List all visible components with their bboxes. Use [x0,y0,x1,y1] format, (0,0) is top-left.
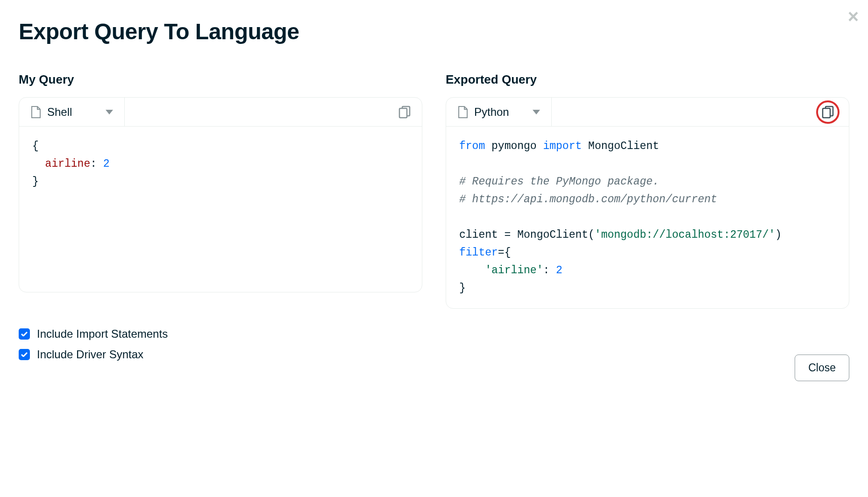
code-key: airline [45,158,91,170]
modal-title: Export Query To Language [19,19,849,44]
exported-query-language-selector[interactable]: Python [446,98,552,126]
svg-rect-0 [399,108,407,118]
exported-query-header-right [552,98,849,126]
modal-header: Export Query To Language [0,0,868,44]
exported-query-code[interactable]: from pymongo import MongoClient # Requir… [446,127,849,308]
code-brace: { [32,140,39,152]
my-query-title: My Query [19,72,422,87]
code-filter-val: 2 [556,264,562,277]
exported-query-card: Python from pymongo import MongoClient #… [446,97,849,309]
include-driver-syntax-label: Include Driver Syntax [37,348,143,361]
include-driver-syntax-row: Include Driver Syntax [19,348,849,361]
code-kw: from [459,140,485,152]
code-comment: # Requires the PyMongo package. [459,176,659,188]
highlight-annotation [816,100,840,124]
code-filter-ident: filter [459,247,498,259]
exported-query-section: Exported Query Python [446,72,849,309]
modal-footer: Close [795,355,849,381]
my-query-header-right [125,98,422,126]
close-icon[interactable]: × [848,7,859,26]
exported-query-title: Exported Query [446,72,849,87]
code-client: client = MongoClient( [459,229,595,241]
include-imports-checkbox[interactable] [19,328,30,340]
code-value: 2 [103,158,110,170]
exported-query-language-label: Python [474,106,526,119]
code-kw: import [543,140,582,152]
check-icon [21,352,28,357]
code-close-brace: } [459,282,466,294]
include-imports-row: Include Import Statements [19,327,849,341]
file-icon [30,106,41,118]
code-filter-key: 'airline' [485,264,543,277]
chevron-down-icon [533,110,540,114]
svg-rect-1 [823,108,830,118]
copy-icon[interactable] [398,106,411,119]
my-query-card: Shell { airline: 2 } [19,97,422,292]
code-paren: ) [775,229,782,241]
code-colon: : [543,264,556,277]
code-string: 'mongodb://localhost:27017/' [595,229,775,241]
copy-icon[interactable] [822,106,834,119]
content-area: My Query Shell { air [0,44,868,309]
close-button[interactable]: Close [795,355,849,381]
options-area: Include Import Statements Include Driver… [0,309,868,361]
file-icon [457,106,468,118]
code-colon: : [90,158,103,170]
include-driver-syntax-checkbox[interactable] [19,349,30,360]
my-query-language-selector[interactable]: Shell [19,98,125,126]
code-comment: # https://api.mongodb.com/python/current [459,193,717,206]
my-query-card-header: Shell [19,98,422,127]
my-query-section: My Query Shell { air [19,72,422,309]
code-brace: } [32,176,39,188]
check-icon [21,332,28,336]
code-class: MongoClient [582,140,659,152]
code-mod: pymongo [485,140,543,152]
exported-query-card-header: Python [446,98,849,127]
include-imports-label: Include Import Statements [37,327,168,341]
my-query-language-label: Shell [47,106,99,119]
chevron-down-icon [106,110,113,114]
my-query-code[interactable]: { airline: 2 } [19,127,422,292]
code-eq: ={ [498,247,511,259]
